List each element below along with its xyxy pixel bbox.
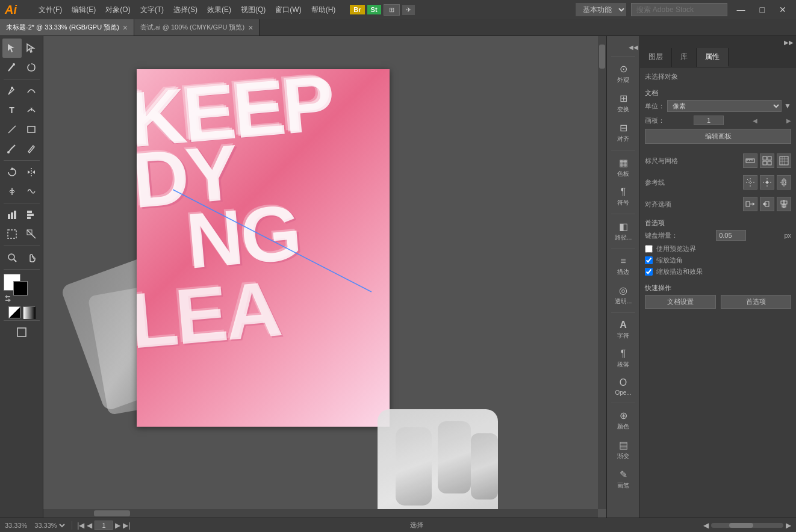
close-button[interactable]: ✕ xyxy=(774,5,791,14)
selection-tool[interactable] xyxy=(2,39,22,58)
pixel-grid-icon-btn[interactable] xyxy=(777,153,791,168)
ruler-icon-btn[interactable] xyxy=(743,153,757,168)
bar-chart-tool[interactable] xyxy=(22,205,41,224)
guide-icon-btn-1[interactable] xyxy=(743,175,757,190)
tab-library[interactable]: 库 xyxy=(672,48,697,67)
artboard-number-input[interactable] xyxy=(95,521,113,530)
slice-tool[interactable] xyxy=(22,224,41,244)
pencil-tool[interactable] xyxy=(22,139,41,158)
panel-character[interactable]: A 字符 xyxy=(608,316,638,344)
tab-properties[interactable]: 属性 xyxy=(697,48,729,67)
unit-dropdown-icon[interactable]: ▼ xyxy=(784,102,791,110)
tab-close-tryai[interactable]: × xyxy=(248,23,253,32)
horizontal-scroll-indicator[interactable] xyxy=(711,523,783,528)
warp-tool[interactable] xyxy=(22,182,41,201)
panel-transparency[interactable]: ◎ 透明... xyxy=(608,281,638,309)
grid-icon-btn[interactable] xyxy=(760,153,774,168)
panel-opentype[interactable]: O Ope... xyxy=(608,374,638,400)
align-icon-btn-1[interactable] xyxy=(743,197,757,211)
panel-collapse-btn[interactable]: ◀◀ xyxy=(607,41,639,53)
prev-artboard-btn[interactable]: ◀ xyxy=(87,521,92,530)
first-artboard-btn[interactable]: |◀ xyxy=(77,521,84,530)
vertical-scrollbar[interactable] xyxy=(598,36,606,509)
menu-effect[interactable]: 效果(E) xyxy=(202,2,236,17)
scroll-left-btn[interactable]: ◀ xyxy=(703,521,709,530)
type-tool[interactable]: T xyxy=(2,101,22,120)
layout-btn[interactable]: ⊞ xyxy=(384,4,400,16)
curvature-tool[interactable] xyxy=(22,81,41,101)
align-icon-btn-3[interactable] xyxy=(777,197,791,211)
preview-bounds-checkbox[interactable] xyxy=(645,245,653,253)
guide-icon-btn-3[interactable] xyxy=(777,175,791,190)
share-btn[interactable]: ✈ xyxy=(402,5,415,15)
scale-corners-checkbox[interactable] xyxy=(645,256,653,264)
panel-stroke[interactable]: ≡ 描边 xyxy=(608,252,638,280)
last-artboard-btn[interactable]: ▶| xyxy=(123,521,130,530)
horizontal-scrollbar[interactable] xyxy=(43,509,598,518)
unit-select[interactable]: 像素 xyxy=(667,100,782,112)
rectangle-tool[interactable] xyxy=(22,120,41,139)
zoom-tool[interactable] xyxy=(2,248,22,267)
rotate-tool[interactable] xyxy=(2,162,22,182)
scroll-right-btn[interactable]: ▶ xyxy=(786,521,791,530)
panel-gradient[interactable]: ▤ 渐变 xyxy=(608,436,638,464)
artboard[interactable]: KEEP KEEP KEEP DY DY NG NG LEA LEA xyxy=(137,69,390,427)
workspace-selector[interactable]: 基本功能 xyxy=(576,3,626,16)
type-path-tool[interactable]: T xyxy=(22,101,41,120)
change-screen-mode[interactable] xyxy=(12,323,31,342)
magic-wand-tool[interactable] xyxy=(2,58,22,77)
artboard-next[interactable]: ▶ xyxy=(786,117,791,124)
panel-paragraph[interactable]: ¶ 段落 xyxy=(608,345,638,373)
menu-text[interactable]: 文字(T) xyxy=(135,2,169,17)
tab-tryai[interactable]: 尝试.ai @ 100% (CMYK/GPU 预览) × xyxy=(134,19,260,36)
maximize-button[interactable]: □ xyxy=(755,5,770,14)
lasso-tool[interactable] xyxy=(22,58,41,77)
artboard-tool[interactable] xyxy=(2,224,22,244)
swap-colors-icon[interactable] xyxy=(4,294,12,303)
panel-pathfinder[interactable]: ◧ 路径... xyxy=(608,217,638,246)
panel-align[interactable]: ⊟ 对齐 xyxy=(608,119,638,147)
panel-appearance[interactable]: ⊙ 外观 xyxy=(608,60,638,88)
zoom-select[interactable]: 33.33% xyxy=(32,521,67,530)
edit-artboard-button[interactable]: 编辑画板 xyxy=(645,129,791,144)
width-tool[interactable] xyxy=(2,182,22,201)
gradient-swatch[interactable] xyxy=(23,306,35,318)
menu-help[interactable]: 帮助(H) xyxy=(306,2,341,17)
panel-header-collapse[interactable]: ▶▶ xyxy=(640,36,796,48)
background-color[interactable] xyxy=(13,281,28,295)
panel-color[interactable]: ⊛ 颜色 xyxy=(608,406,638,435)
next-artboard-btn[interactable]: ▶ xyxy=(115,521,120,530)
canvas-workspace[interactable]: KEEP KEEP KEEP DY DY NG NG LEA LEA xyxy=(43,36,606,518)
line-tool[interactable] xyxy=(2,120,22,139)
hand-tool[interactable] xyxy=(22,248,41,267)
menu-window[interactable]: 窗口(W) xyxy=(270,2,306,17)
artboard-input[interactable] xyxy=(694,116,724,125)
doc-settings-button[interactable]: 文档设置 xyxy=(645,295,716,309)
menu-edit[interactable]: 编辑(E) xyxy=(67,2,101,17)
menu-file[interactable]: 文件(F) xyxy=(34,2,67,17)
align-icon-btn-2[interactable] xyxy=(760,197,774,211)
artboard-prev[interactable]: ◀ xyxy=(753,117,757,124)
pen-tool[interactable] xyxy=(2,81,22,101)
menu-select[interactable]: 选择(S) xyxy=(169,2,202,17)
panel-symbols[interactable]: ¶ 符号 xyxy=(608,183,638,211)
paintbrush-tool[interactable] xyxy=(2,139,22,158)
menu-object[interactable]: 对象(O) xyxy=(101,2,135,17)
bridge-icon[interactable]: Br xyxy=(350,5,364,14)
prefs-button[interactable]: 首选项 xyxy=(721,295,792,309)
panel-transform[interactable]: ⊞ 变换 xyxy=(608,89,638,117)
scale-strokes-checkbox[interactable] xyxy=(645,268,653,276)
direct-selection-tool[interactable] xyxy=(22,39,41,58)
search-input[interactable] xyxy=(631,3,727,16)
panel-brush[interactable]: ✎ 画笔 xyxy=(608,465,638,493)
menu-view[interactable]: 视图(Q) xyxy=(236,2,270,17)
column-chart-tool[interactable] xyxy=(2,205,22,224)
panel-swatches[interactable]: ▦ 色板 xyxy=(608,153,638,182)
reflect-tool[interactable] xyxy=(22,162,41,182)
stock-icon[interactable]: St xyxy=(367,5,381,14)
tab-close-untitled[interactable]: × xyxy=(123,23,128,32)
none-color-icon[interactable] xyxy=(8,306,20,318)
keyboard-inc-input[interactable] xyxy=(716,230,746,241)
guide-icon-btn-2[interactable] xyxy=(760,175,774,190)
tab-untitled[interactable]: 未标题-2* @ 33.33% (RGB/GPU 预览) × xyxy=(0,19,134,36)
